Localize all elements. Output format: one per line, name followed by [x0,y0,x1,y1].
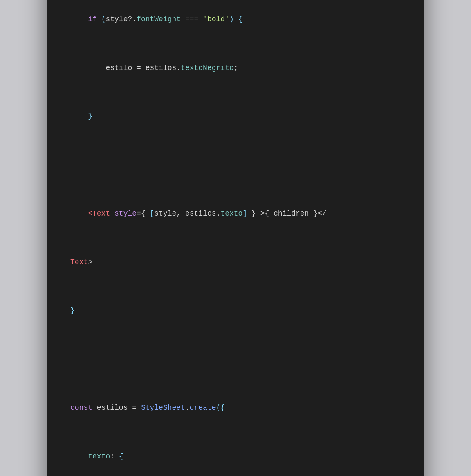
line-15: const estilos = StyleSheet.create({ [70,402,401,414]
line-8: estilo = estilos.textoNegrito; [70,62,401,74]
line-9: } [70,110,401,123]
line-12: Text> [70,256,401,269]
code-card: import React from 'react'; import { Styl… [47,0,424,476]
code-block: import React from 'react'; import { Styl… [70,0,401,476]
line-14 [70,353,401,366]
line-16: texto: { [70,451,401,463]
line-11: <Text style={ [style, estilos.texto] } >… [70,208,401,220]
line-7: if (style?.fontWeight === 'bold') { [70,13,401,26]
line-13: } [70,305,401,317]
line-10 [70,159,401,171]
